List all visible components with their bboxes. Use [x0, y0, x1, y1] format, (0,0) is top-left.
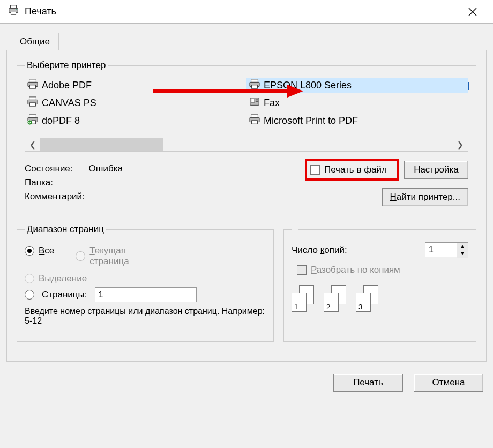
find-printer-button[interactable]: Найти принтер... — [382, 188, 468, 206]
collate-checkbox — [297, 265, 307, 275]
page-icon: 2 — [324, 293, 339, 312]
close-button[interactable] — [457, 0, 489, 24]
printer-label: CANVAS PS — [42, 98, 96, 109]
svg-rect-6 — [29, 79, 36, 82]
svg-rect-20 — [251, 99, 255, 102]
cancel-button[interactable]: Отмена — [414, 374, 483, 392]
printer-item-selected[interactable]: EPSON L800 Series — [246, 78, 468, 93]
titlebar: Печать — [0, 0, 493, 24]
comment-label: Комментарий: — [25, 191, 85, 201]
print-dialog: Печать Общие Выберите принтер — [0, 0, 493, 448]
status-value: Ошибка — [89, 163, 123, 174]
range-current-label: Текущаястраница — [89, 245, 129, 267]
copies-group: . Число копий: ▲ ▼ — [283, 224, 476, 342]
page-icon: 1 — [292, 293, 307, 312]
page-range-legend: Диапазон страниц — [25, 224, 106, 235]
dialog-body: Общие Выберите принтер Adobe PDF — [0, 24, 493, 448]
folder-label: Папка: — [25, 177, 53, 188]
tab-panel: Выберите принтер Adobe PDF CANVA — [6, 50, 487, 362]
svg-rect-22 — [256, 101, 258, 102]
printer-icon — [8, 4, 19, 19]
range-all-label: Все — [39, 245, 54, 256]
printer-col-left: Adobe PDF CANVAS PS doPDF 8 — [25, 78, 246, 128]
page-range-group: Диапазон страниц Все Текущаястраница — [17, 224, 274, 342]
page-icon: 3 — [356, 293, 371, 312]
tabs: Общие — [11, 32, 487, 50]
printer-item[interactable]: doPDF 8 — [25, 114, 246, 128]
printer-icon — [27, 96, 39, 110]
svg-point-3 — [16, 9, 17, 10]
copies-up[interactable]: ▲ — [457, 243, 468, 250]
range-all-radio[interactable] — [25, 246, 34, 256]
scroll-left-arrow[interactable]: ❮ — [25, 140, 40, 149]
svg-rect-11 — [30, 103, 36, 106]
settings-button[interactable]: Настройка — [404, 161, 468, 179]
printer-item[interactable]: CANVAS PS — [25, 96, 246, 110]
svg-rect-23 — [251, 115, 258, 117]
tab-general[interactable]: Общие — [11, 33, 59, 50]
svg-rect-9 — [29, 97, 36, 100]
range-pages-radio[interactable] — [25, 290, 34, 300]
printer-label: doPDF 8 — [42, 115, 80, 126]
range-selection-label: Выделение — [39, 273, 87, 284]
svg-rect-8 — [30, 85, 36, 88]
printer-item[interactable]: Adobe PDF — [25, 78, 246, 93]
range-selection-radio — [25, 274, 34, 283]
printer-group: Выберите принтер Adobe PDF CANVA — [17, 60, 476, 214]
printer-icon — [249, 79, 260, 92]
printer-list: Adobe PDF CANVAS PS doPDF 8 — [25, 78, 468, 128]
svg-rect-18 — [252, 85, 258, 88]
window-title: Печать — [25, 6, 457, 17]
svg-rect-12 — [29, 115, 36, 117]
printer-list-scrollbar[interactable]: ❮ ❯ — [25, 138, 468, 152]
printer-icon — [27, 114, 39, 128]
page-range-hint: Введите номер страницы или диапазон стра… — [25, 307, 266, 326]
print-to-file-checkbox[interactable] — [310, 165, 320, 175]
scroll-right-arrow[interactable]: ❯ — [453, 140, 468, 149]
printer-icon — [249, 114, 260, 128]
printer-col-right: EPSON L800 Series Fax Microsoft Print to… — [246, 78, 468, 128]
print-to-file-label: Печать в файл — [324, 165, 387, 175]
print-button[interactable]: Печать — [333, 374, 403, 392]
printer-label: Fax — [264, 98, 280, 109]
svg-rect-25 — [252, 121, 258, 124]
fax-icon — [249, 96, 260, 110]
svg-rect-2 — [11, 11, 16, 14]
svg-rect-0 — [11, 5, 17, 9]
range-pages-label: Страницы: — [42, 289, 87, 300]
printer-group-legend: Выберите принтер — [25, 60, 108, 71]
printer-icon — [27, 79, 39, 92]
copies-down[interactable]: ▼ — [457, 250, 468, 258]
printer-label: EPSON L800 Series — [264, 80, 352, 91]
printer-item[interactable]: Fax — [246, 96, 468, 110]
range-current-radio — [76, 251, 85, 261]
printer-item[interactable]: Microsoft Print to PDF — [246, 114, 468, 128]
copies-input[interactable] — [425, 242, 457, 257]
pages-input[interactable] — [95, 287, 197, 302]
collate-diagram: 1 1 2 2 3 3 — [292, 285, 468, 312]
printer-label: Adobe PDF — [42, 80, 92, 91]
print-to-file-row: Печать в файл — [305, 159, 399, 181]
copies-spinner[interactable]: ▲ ▼ — [425, 242, 468, 258]
dialog-buttons: Печать Отмена — [6, 374, 487, 392]
status-label: Состояние: — [25, 163, 73, 174]
copies-count-label: Число копий: — [292, 245, 347, 256]
svg-rect-21 — [256, 99, 258, 100]
printer-label: Microsoft Print to PDF — [264, 115, 358, 126]
scroll-thumb[interactable] — [40, 138, 163, 151]
svg-rect-16 — [251, 79, 258, 82]
collate-label: Разобрать по копиям — [311, 265, 400, 275]
